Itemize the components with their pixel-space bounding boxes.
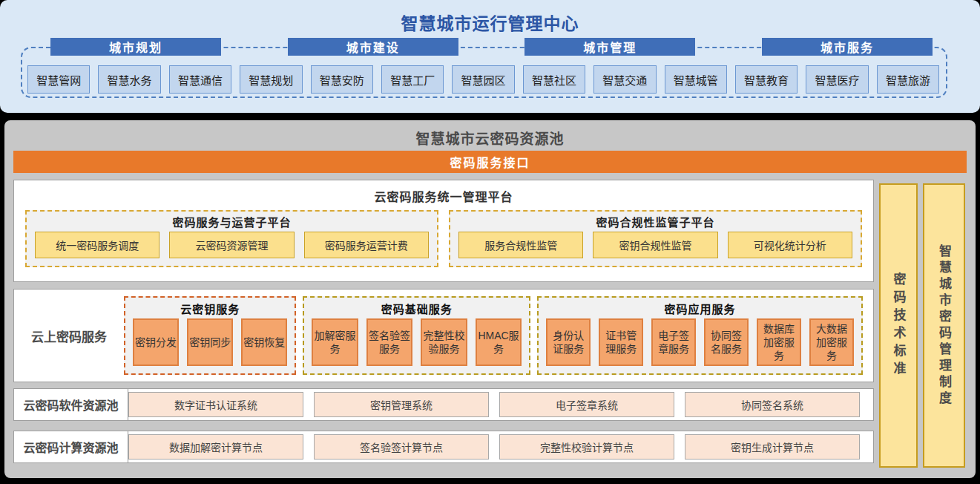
subplatform-compliance-supervision-items: 服务合规性监管 密钥合规性监管 可视化统计分析 — [458, 232, 852, 258]
unified-management-platform-title: 云密码服务统一管理平台 — [14, 187, 873, 205]
item-service-operation-billing: 密码服务运营计费 — [304, 232, 429, 258]
app-box-community: 智慧社区 — [523, 65, 585, 94]
item-hmac: HMAC服务 — [476, 318, 522, 366]
item-collaborative-signature: 协同签名服务 — [704, 318, 749, 366]
category-header-row: 城市规划 城市建设 城市管理 城市服务 — [50, 38, 933, 56]
subplatform-compliance-supervision-title: 密码合规性监管子平台 — [458, 213, 852, 232]
item-key-distribution: 密钥分发 — [133, 318, 179, 366]
subplatform-service-operation-title: 密码服务与运营子平台 — [35, 213, 429, 232]
cloud-crypto-pool-title: 智慧城市云密码资源池 — [4, 128, 976, 148]
item-service-compliance: 服务合规性监管 — [458, 232, 583, 258]
item-certificate-mgmt: 证书管理服务 — [599, 318, 643, 366]
category-urban-planning: 城市规划 — [50, 38, 221, 56]
item-database-encryption: 数据库加密服务 — [757, 318, 801, 366]
item-sign-verify: 签名验签服务 — [366, 318, 412, 366]
software-resource-pool-row: 云密码软件资源池 数字证书认证系统 密钥管理系统 电子签章系统 协同签名系统 — [13, 388, 874, 421]
software-resource-pool-label: 云密码软件资源池 — [14, 389, 128, 420]
item-key-compliance: 密钥合规性监管 — [593, 232, 717, 258]
item-integrity-compute-node: 完整性校验计算节点 — [499, 434, 674, 460]
subplatform-service-operation-items: 统一密码服务调度 云密码资源管理 密码服务运营计费 — [35, 232, 429, 258]
smart-app-row: 智慧管网 智慧水务 智慧通信 智慧规划 智慧安防 智慧工厂 智慧园区 智慧社区 … — [27, 65, 939, 94]
crypto-service-interface-bar: 密码服务接口 — [13, 151, 967, 173]
app-box-education: 智慧教育 — [735, 65, 798, 94]
item-visual-statistics: 可视化统计分析 — [728, 232, 852, 258]
cloud-crypto-services-box: 云上密码服务 云密钥服务 密钥分发 密钥同步 密钥恢复 密码基础服务 加解密服 — [13, 289, 874, 382]
item-encrypt-decrypt: 加解密服务 — [312, 318, 358, 366]
item-cloud-crypto-resource-mgmt: 云密码资源管理 — [169, 232, 294, 258]
group-crypto-application-service: 密码应用服务 身份认证服务 证书管理服务 电子签章服务 协同签名服务 数据库加密… — [537, 296, 863, 375]
compute-resource-pool-label: 云密码计算资源池 — [14, 431, 128, 462]
item-encdec-compute-node: 数据加解密计算节点 — [128, 434, 303, 460]
app-box-communication: 智慧通信 — [169, 65, 231, 94]
app-box-pipe-network: 智慧管网 — [27, 65, 90, 94]
compute-resource-pool-items: 数据加解密计算节点 签名验签计算节点 完整性校验计算节点 密钥生成计算节点 — [128, 431, 860, 462]
compute-resource-pool-row: 云密码计算资源池 数据加解密计算节点 签名验签计算节点 完整性校验计算节点 密钥… — [13, 431, 874, 463]
item-key-mgmt-system: 密钥管理系统 — [314, 392, 489, 417]
item-identity-auth: 身份认证服务 — [546, 318, 591, 366]
category-urban-construction: 城市建设 — [288, 38, 458, 56]
service-groups-row: 云密钥服务 密钥分发 密钥同步 密钥恢复 密码基础服务 加解密服务 签名验签服务… — [124, 296, 863, 375]
app-box-security: 智慧安防 — [311, 65, 373, 94]
group-basic-crypto-service-items: 加解密服务 签名验签服务 完整性校验服务 HMAC服务 — [312, 318, 522, 366]
category-urban-services: 城市服务 — [762, 38, 933, 56]
group-basic-crypto-service: 密码基础服务 加解密服务 签名验签服务 完整性校验服务 HMAC服务 — [303, 296, 530, 375]
app-box-factory: 智慧工厂 — [381, 65, 444, 94]
item-key-recovery: 密钥恢复 — [241, 318, 287, 366]
group-cloud-key-service: 云密钥服务 密钥分发 密钥同步 密钥恢复 — [124, 296, 296, 375]
cloud-crypto-services-label: 云上密码服务 — [14, 327, 124, 345]
sidebar-crypto-tech-standards: 密码技术标准 — [879, 183, 918, 468]
item-unified-service-scheduling: 统一密码服务调度 — [35, 232, 160, 258]
pool-content: 云密码服务统一管理平台 密码服务与运营子平台 统一密码服务调度 云密码资源管理 … — [13, 180, 965, 471]
city-operation-center-panel: 智慧城市运行管理中心 城市规划 城市建设 城市管理 城市服务 智慧管网 智慧水务… — [0, 0, 980, 113]
app-box-park: 智慧园区 — [452, 65, 514, 94]
group-crypto-application-service-items: 身份认证服务 证书管理服务 电子签章服务 协同签名服务 数据库加密服务 大数据加… — [546, 318, 854, 366]
item-cosign-system: 协同签名系统 — [685, 392, 860, 417]
item-eseal-system: 电子签章系统 — [499, 392, 674, 417]
item-bigdata-encryption: 大数据加密服务 — [809, 318, 854, 366]
category-urban-management: 城市管理 — [524, 38, 695, 56]
subplatform-compliance-supervision: 密码合规性监管子平台 服务合规性监管 密钥合规性监管 可视化统计分析 — [449, 210, 862, 267]
app-box-urban-mgmt: 智慧城管 — [665, 65, 727, 94]
city-operation-center-title: 智慧城市运行管理中心 — [0, 10, 980, 35]
subplatform-row: 密码服务与运营子平台 统一密码服务调度 云密码资源管理 密码服务运营计费 密码合… — [25, 210, 862, 267]
item-integrity-check: 完整性校验服务 — [421, 318, 467, 366]
app-box-planning: 智慧规划 — [240, 65, 302, 94]
sidebar-crypto-mgmt-regulations: 智慧城市密码管理制度 — [923, 183, 965, 468]
item-digital-cert-system: 数字证书认证系统 — [128, 392, 303, 417]
group-cloud-key-service-title: 云密钥服务 — [133, 298, 287, 318]
app-box-medical: 智慧医疗 — [806, 65, 868, 94]
group-basic-crypto-service-title: 密码基础服务 — [312, 298, 522, 318]
pool-main-column: 云密码服务统一管理平台 密码服务与运营子平台 统一密码服务调度 云密码资源管理 … — [13, 180, 874, 471]
app-box-tourism: 智慧旅游 — [877, 65, 939, 94]
subplatform-service-operation: 密码服务与运营子平台 统一密码服务调度 云密码资源管理 密码服务运营计费 — [25, 210, 438, 267]
software-resource-pool-items: 数字证书认证系统 密钥管理系统 电子签章系统 协同签名系统 — [128, 389, 860, 420]
item-signverify-compute-node: 签名验签计算节点 — [314, 434, 489, 460]
group-cloud-key-service-items: 密钥分发 密钥同步 密钥恢复 — [133, 318, 287, 366]
unified-management-platform: 云密码服务统一管理平台 密码服务与运营子平台 统一密码服务调度 云密码资源管理 … — [13, 180, 874, 282]
cloud-crypto-pool-panel: 智慧城市云密码资源池 密码服务接口 云密码服务统一管理平台 密码服务与运营子平台… — [4, 120, 976, 478]
item-keygen-compute-node: 密钥生成计算节点 — [685, 434, 860, 460]
app-box-water: 智慧水务 — [98, 65, 160, 94]
item-key-sync: 密钥同步 — [187, 318, 233, 366]
app-box-traffic: 智慧交通 — [593, 65, 656, 94]
group-crypto-application-service-title: 密码应用服务 — [546, 298, 854, 318]
item-electronic-seal: 电子签章服务 — [651, 318, 696, 366]
